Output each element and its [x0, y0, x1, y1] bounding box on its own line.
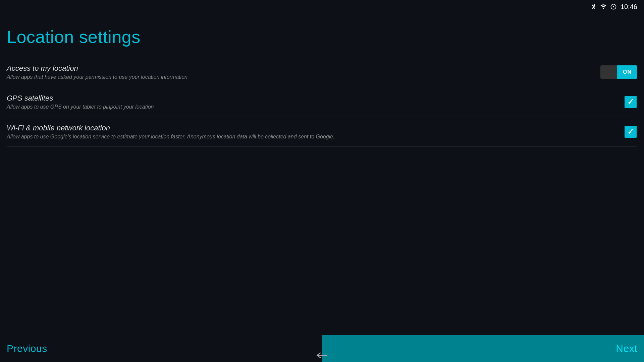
setting-control-gps-satellites[interactable]: ✓ [624, 95, 637, 109]
page-title: Location settings [7, 27, 637, 47]
previous-label: Previous [7, 343, 47, 354]
setting-text-wifi-location: Wi-Fi & mobile network location Allow ap… [7, 124, 624, 140]
next-button[interactable]: Next [322, 335, 644, 362]
toggle-on-label: ON [617, 65, 637, 79]
setting-control-access-location[interactable]: ON [600, 65, 637, 79]
checkbox-checked-gps: ✓ [625, 96, 637, 108]
setting-text-access-location: Access to my location Allow apps that ha… [7, 64, 600, 80]
setting-item-wifi-location[interactable]: Wi-Fi & mobile network location Allow ap… [7, 117, 637, 147]
status-icons [590, 3, 617, 10]
nfc-icon [610, 3, 617, 10]
system-nav [312, 349, 332, 362]
setting-item-gps-satellites[interactable]: GPS satellites Allow apps to use GPS on … [7, 87, 637, 117]
setting-title-gps-satellites: GPS satellites [7, 94, 610, 103]
main-content: Location settings Access to my location … [0, 20, 644, 335]
checkmark-gps: ✓ [627, 98, 634, 106]
checkmark-wifi: ✓ [627, 128, 634, 136]
checkbox-wifi-location[interactable]: ✓ [624, 125, 637, 138]
wifi-icon [600, 3, 607, 10]
back-button[interactable] [312, 349, 332, 362]
checkbox-checked-wifi: ✓ [625, 126, 637, 138]
setting-desc-access-location: Allow apps that have asked your permissi… [7, 74, 587, 80]
back-arrow-icon [314, 350, 330, 360]
setting-item-access-location[interactable]: Access to my location Allow apps that ha… [7, 57, 637, 87]
status-time: 10:46 [621, 3, 637, 11]
bluetooth-icon [590, 3, 597, 10]
setting-text-gps-satellites: GPS satellites Allow apps to use GPS on … [7, 94, 624, 110]
setting-desc-gps-satellites: Allow apps to use GPS on your tablet to … [7, 104, 610, 110]
previous-button[interactable]: Previous [0, 335, 322, 362]
setting-desc-wifi-location: Allow apps to use Google's location serv… [7, 134, 610, 140]
setting-title-wifi-location: Wi-Fi & mobile network location [7, 124, 610, 132]
status-bar: 10:46 [590, 0, 644, 13]
toggle-switch-access-location[interactable]: ON [600, 65, 637, 79]
setting-control-wifi-location[interactable]: ✓ [624, 125, 637, 138]
setting-title-access-location: Access to my location [7, 64, 587, 73]
next-label: Next [616, 343, 637, 354]
toggle-off-part [600, 65, 617, 79]
checkbox-gps-satellites[interactable]: ✓ [624, 95, 637, 109]
settings-list: Access to my location Allow apps that ha… [7, 57, 637, 147]
